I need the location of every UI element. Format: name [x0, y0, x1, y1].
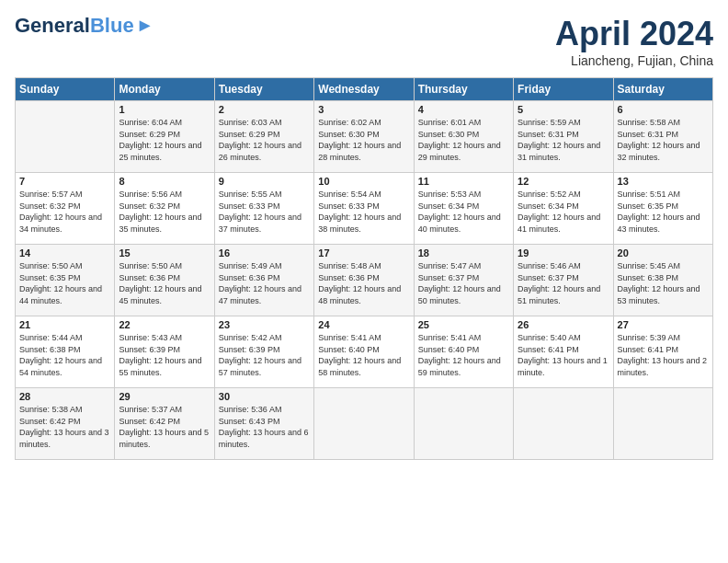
day-info: Sunrise: 6:01 AMSunset: 6:30 PMDaylight:…	[418, 117, 509, 163]
day-cell: 18Sunrise: 5:47 AMSunset: 6:37 PMDayligh…	[414, 245, 513, 316]
day-info: Sunrise: 5:40 AMSunset: 6:41 PMDaylight:…	[518, 332, 609, 378]
day-info: Sunrise: 5:39 AMSunset: 6:41 PMDaylight:…	[618, 332, 709, 378]
day-number: 12	[518, 176, 609, 187]
day-number: 18	[418, 247, 509, 259]
day-number: 17	[318, 247, 409, 259]
day-info: Sunrise: 5:59 AMSunset: 6:31 PMDaylight:…	[518, 117, 609, 163]
day-cell: 9Sunrise: 5:55 AMSunset: 6:33 PMDaylight…	[214, 173, 313, 245]
day-number: 7	[19, 176, 110, 187]
day-cell: 6Sunrise: 5:58 AMSunset: 6:31 PMDaylight…	[613, 101, 712, 173]
day-info: Sunrise: 5:50 AMSunset: 6:36 PMDaylight:…	[119, 260, 210, 306]
weekday-header-thursday: Thursday	[414, 78, 513, 101]
day-cell: 30Sunrise: 5:36 AMSunset: 6:43 PMDayligh…	[214, 388, 313, 460]
day-cell: 24Sunrise: 5:41 AMSunset: 6:40 PMDayligh…	[314, 316, 414, 388]
day-info: Sunrise: 5:57 AMSunset: 6:32 PMDaylight:…	[19, 189, 110, 235]
day-cell	[16, 101, 115, 173]
day-number: 30	[219, 391, 310, 402]
day-cell: 3Sunrise: 6:02 AMSunset: 6:30 PMDaylight…	[314, 101, 414, 173]
day-number: 22	[119, 319, 210, 330]
week-row-1: 1Sunrise: 6:04 AMSunset: 6:29 PMDaylight…	[16, 101, 713, 173]
day-info: Sunrise: 6:02 AMSunset: 6:30 PMDaylight:…	[318, 117, 409, 163]
day-cell: 13Sunrise: 5:51 AMSunset: 6:35 PMDayligh…	[613, 173, 712, 245]
day-number: 28	[19, 391, 110, 402]
day-cell: 8Sunrise: 5:56 AMSunset: 6:32 PMDaylight…	[115, 173, 214, 245]
day-cell: 27Sunrise: 5:39 AMSunset: 6:41 PMDayligh…	[613, 316, 712, 388]
day-number: 3	[318, 104, 409, 115]
day-cell: 22Sunrise: 5:43 AMSunset: 6:39 PMDayligh…	[115, 316, 214, 388]
day-info: Sunrise: 5:58 AMSunset: 6:31 PMDaylight:…	[618, 117, 709, 163]
day-info: Sunrise: 5:52 AMSunset: 6:34 PMDaylight:…	[518, 189, 609, 235]
day-number: 26	[518, 319, 609, 330]
weekday-header-wednesday: Wednesday	[314, 78, 414, 101]
day-number: 29	[119, 391, 210, 402]
day-number: 13	[618, 176, 709, 187]
title-block: April 2024 Liancheng, Fujian, China	[555, 15, 713, 68]
week-row-3: 14Sunrise: 5:50 AMSunset: 6:35 PMDayligh…	[16, 245, 713, 316]
day-number: 1	[119, 104, 210, 115]
day-number: 16	[219, 247, 310, 259]
day-number: 14	[19, 247, 110, 259]
day-number: 24	[318, 319, 409, 330]
day-number: 25	[418, 319, 509, 330]
week-row-2: 7Sunrise: 5:57 AMSunset: 6:32 PMDaylight…	[16, 173, 713, 245]
day-info: Sunrise: 6:03 AMSunset: 6:29 PMDaylight:…	[219, 117, 310, 163]
header: GeneralBlue ► April 2024 Liancheng, Fuji…	[15, 15, 713, 68]
day-info: Sunrise: 5:36 AMSunset: 6:43 PMDaylight:…	[219, 404, 310, 450]
day-number: 9	[219, 176, 310, 187]
calendar-table: SundayMondayTuesdayWednesdayThursdayFrid…	[15, 77, 713, 460]
day-info: Sunrise: 5:47 AMSunset: 6:37 PMDaylight:…	[418, 260, 509, 306]
day-cell: 12Sunrise: 5:52 AMSunset: 6:34 PMDayligh…	[514, 173, 613, 245]
day-cell: 1Sunrise: 6:04 AMSunset: 6:29 PMDaylight…	[115, 101, 214, 173]
day-number: 5	[518, 104, 609, 115]
day-info: Sunrise: 5:53 AMSunset: 6:34 PMDaylight:…	[418, 189, 509, 235]
day-info: Sunrise: 5:41 AMSunset: 6:40 PMDaylight:…	[318, 332, 409, 378]
day-number: 21	[19, 319, 110, 330]
day-info: Sunrise: 5:48 AMSunset: 6:36 PMDaylight:…	[318, 260, 409, 306]
week-row-5: 28Sunrise: 5:38 AMSunset: 6:42 PMDayligh…	[16, 388, 713, 460]
day-number: 6	[618, 104, 709, 115]
day-cell: 29Sunrise: 5:37 AMSunset: 6:42 PMDayligh…	[115, 388, 214, 460]
day-cell: 16Sunrise: 5:49 AMSunset: 6:36 PMDayligh…	[214, 245, 313, 316]
day-cell: 5Sunrise: 5:59 AMSunset: 6:31 PMDaylight…	[514, 101, 613, 173]
day-cell: 2Sunrise: 6:03 AMSunset: 6:29 PMDaylight…	[214, 101, 313, 173]
day-info: Sunrise: 5:55 AMSunset: 6:33 PMDaylight:…	[219, 189, 310, 235]
day-cell: 20Sunrise: 5:45 AMSunset: 6:38 PMDayligh…	[613, 245, 712, 316]
day-number: 15	[119, 247, 210, 259]
day-cell: 25Sunrise: 5:41 AMSunset: 6:40 PMDayligh…	[414, 316, 513, 388]
day-cell: 28Sunrise: 5:38 AMSunset: 6:42 PMDayligh…	[16, 388, 115, 460]
day-info: Sunrise: 5:54 AMSunset: 6:33 PMDaylight:…	[318, 189, 409, 235]
day-info: Sunrise: 5:42 AMSunset: 6:39 PMDaylight:…	[219, 332, 310, 378]
month-title: April 2024	[555, 15, 713, 53]
day-cell: 23Sunrise: 5:42 AMSunset: 6:39 PMDayligh…	[214, 316, 313, 388]
weekday-header-friday: Friday	[514, 78, 613, 101]
day-number: 8	[119, 176, 210, 187]
day-number: 2	[219, 104, 310, 115]
logo: GeneralBlue ►	[15, 15, 154, 36]
weekday-header-sunday: Sunday	[16, 78, 115, 101]
day-number: 11	[418, 176, 509, 187]
weekday-header-monday: Monday	[115, 78, 214, 101]
day-number: 27	[618, 319, 709, 330]
day-info: Sunrise: 5:37 AMSunset: 6:42 PMDaylight:…	[119, 404, 210, 450]
day-cell	[314, 388, 414, 460]
day-cell: 21Sunrise: 5:44 AMSunset: 6:38 PMDayligh…	[16, 316, 115, 388]
day-cell: 17Sunrise: 5:48 AMSunset: 6:36 PMDayligh…	[314, 245, 414, 316]
day-cell: 19Sunrise: 5:46 AMSunset: 6:37 PMDayligh…	[514, 245, 613, 316]
main-container: GeneralBlue ► April 2024 Liancheng, Fuji…	[0, 0, 728, 467]
day-cell: 11Sunrise: 5:53 AMSunset: 6:34 PMDayligh…	[414, 173, 513, 245]
day-info: Sunrise: 6:04 AMSunset: 6:29 PMDaylight:…	[119, 117, 210, 163]
day-cell: 10Sunrise: 5:54 AMSunset: 6:33 PMDayligh…	[314, 173, 414, 245]
weekday-header-saturday: Saturday	[613, 78, 712, 101]
day-cell: 4Sunrise: 6:01 AMSunset: 6:30 PMDaylight…	[414, 101, 513, 173]
day-info: Sunrise: 5:41 AMSunset: 6:40 PMDaylight:…	[418, 332, 509, 378]
day-cell	[414, 388, 513, 460]
day-info: Sunrise: 5:38 AMSunset: 6:42 PMDaylight:…	[19, 404, 110, 450]
day-info: Sunrise: 5:43 AMSunset: 6:39 PMDaylight:…	[119, 332, 210, 378]
day-cell	[613, 388, 712, 460]
weekday-header-tuesday: Tuesday	[214, 78, 313, 101]
weekday-header-row: SundayMondayTuesdayWednesdayThursdayFrid…	[16, 78, 713, 101]
day-info: Sunrise: 5:44 AMSunset: 6:38 PMDaylight:…	[19, 332, 110, 378]
day-cell: 15Sunrise: 5:50 AMSunset: 6:36 PMDayligh…	[115, 245, 214, 316]
day-info: Sunrise: 5:50 AMSunset: 6:35 PMDaylight:…	[19, 260, 110, 306]
day-number: 19	[518, 247, 609, 259]
